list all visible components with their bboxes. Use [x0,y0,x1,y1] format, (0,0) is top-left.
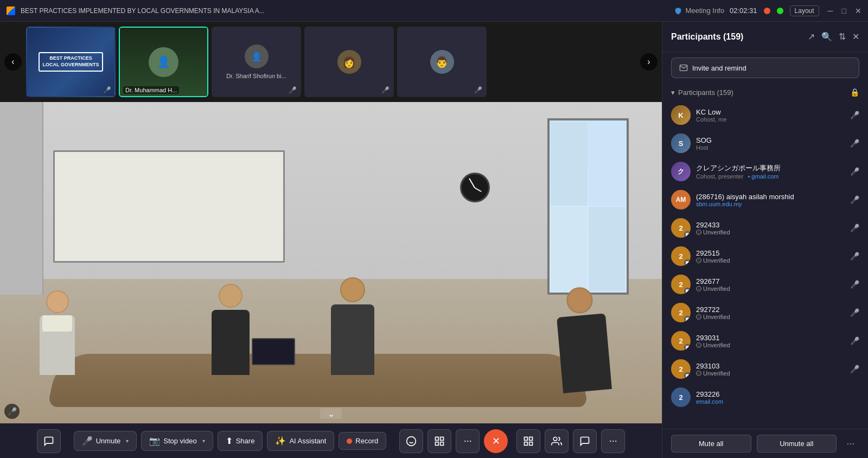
participant-item-aisyah[interactable]: AM (286716) aisyah asilah morshid sbm.uu… [667,186,864,214]
participant-item-292433[interactable]: 2 📋 292433 ⓘ Unverified 🎤 [667,214,864,242]
participant-item-sog[interactable]: S SOG Host 🎤 [667,129,864,157]
participants-button[interactable] [545,429,569,453]
thumbnail-next-button[interactable]: › [640,53,658,71]
aisyah-email: sbm.uum.edu.my [696,201,742,207]
layout-button[interactable]: Layout [790,5,819,16]
panel-share-icon[interactable]: ↗ [808,31,815,42]
avatar-293103: 2 📋 [671,359,691,379]
thumb5-mute-icon: 🎤 [474,86,482,94]
close-button[interactable]: ✕ [855,7,861,15]
participant-item-292515[interactable]: 2 📋 292515 ⓘ Unverified 🎤 [667,242,864,270]
mute-all-button[interactable]: Mute all [671,435,751,453]
section-lock-icon: 🔒 [850,88,859,97]
thumbnail-5[interactable]: 👨 🎤 [397,27,487,97]
participant-role-kc-low: Cohost, me [696,116,845,123]
thumbnail-4[interactable]: 👩 🎤 [304,27,394,97]
unverified-dot-293103: ⓘ [696,371,701,376]
toolbar-right-icons: ··· ✕ [399,429,508,453]
participant-name-aisyah: (286716) aisyah asilah morshid [696,193,845,201]
chat-panel-button[interactable] [573,429,597,453]
unverified-badge-292677: ⓘ Unverified [696,285,845,292]
panel-footer: Mute all Unmute all ··· [662,429,868,458]
laptop [252,338,295,365]
participant-info-293103: 293103 ⓘ Unverified [696,362,845,377]
thumb1-mute-icon: 🎤 [103,86,111,94]
thumbnail-strip: ‹ BEST PRACTICESLOCAL GOVERNMENTS 🎤 👤 Dr… [0,22,662,102]
panel-close-icon[interactable]: ✕ [852,31,859,42]
chat-button[interactable] [37,429,61,453]
thumb3-mute-icon: 🎤 [289,86,297,94]
svg-point-0 [407,436,416,446]
record-button[interactable]: Record [339,432,386,450]
thumbnail-2[interactable]: 👤 Dr. Muhammad H... [119,27,208,97]
invite-remind-label: Invite and remind [692,64,746,72]
main-content: ‹ BEST PRACTICESLOCAL GOVERNMENTS 🎤 👤 Dr… [0,22,868,458]
apps-button[interactable] [427,429,451,453]
participant-name-krea: クレアシンガポール事務所 [696,163,845,173]
avatar-293031: 2 📋 [671,331,691,351]
share-button[interactable]: ⬆ Share [218,431,263,451]
ai-assistant-button[interactable]: ✨ AI Assistant [267,431,334,451]
participant-item-293031[interactable]: 2 📋 293031 ⓘ Unverified 🎤 [667,327,864,355]
invite-remind-button[interactable]: Invite and remind [671,58,859,78]
panel-footer-more-button[interactable]: ··· [842,435,859,453]
thumbnail-3[interactable]: 👤 Dr. Sharif Shofirun bi... 🎤 [212,27,301,97]
meeting-info-tab[interactable]: Meeting Info [674,7,724,15]
invite-icon [679,63,688,72]
kc-low-mute-icon: 🎤 [850,111,859,119]
avatar-kc-low: K [671,105,691,125]
panel-search-icon[interactable]: 🔍 [821,31,832,42]
avatar-292515: 2 📋 [671,246,691,266]
thumbnail-prev-button[interactable]: ‹ [4,53,22,71]
avatar-aisyah: AM [671,190,691,209]
wall-clock [460,173,490,202]
minimize-button[interactable]: ─ [828,7,833,15]
main-video: 🎤 ⌄ [0,102,662,423]
unverified-label-293031: Unverified [703,342,730,348]
stop-video-button[interactable]: 📷 Stop video [141,431,213,451]
participant-info-293031: 293031 ⓘ Unverified [696,334,845,348]
unverified-label-292722: Unverified [703,314,730,320]
connection-indicator [777,8,783,14]
unmute-label: Unmute [96,437,121,445]
svg-rect-7 [525,437,528,440]
section-header-participants[interactable]: ▾ Participants (159) 🔒 [667,84,864,101]
person-2 [212,310,250,375]
unverified-label-292515: Unverified [703,257,730,264]
participant-role-aisyah: sbm.uum.edu.my [696,201,845,207]
participant-item-292677[interactable]: 2 📋 292677 ⓘ Unverified 🎤 [667,270,864,298]
more-options-button[interactable]: ··· [456,429,480,453]
unverified-badge-292722: ⓘ Unverified [696,314,845,320]
unmute-button[interactable]: 🎤 Unmute [74,431,137,451]
toolbar-more-button[interactable]: ··· [601,429,625,453]
avatar-292677: 2 📋 [671,275,691,294]
stop-video-label: Stop video [163,437,196,445]
participant-item-292722[interactable]: 2 📋 292722 ⓘ Unverified 🎤 [667,298,864,327]
section-label: Participants (159) [678,88,733,97]
thumbnail-1[interactable]: BEST PRACTICESLOCAL GOVERNMENTS 🎤 [26,27,116,97]
reactions-button[interactable] [399,429,423,453]
thumb4-mute-icon: 🎤 [381,86,390,94]
svg-rect-10 [529,442,533,445]
restore-button[interactable]: □ [842,7,846,15]
participant-item-293226[interactable]: 2 293226 email.com [667,383,864,411]
video-area: ‹ BEST PRACTICESLOCAL GOVERNMENTS 🎤 👤 Dr… [0,22,662,458]
unmute-all-button[interactable]: Unmute all [757,435,837,453]
participant-item-kc-low[interactable]: K KC Low Cohost, me 🎤 [667,101,864,129]
person-3 [331,304,374,375]
unverified-badge-293103: ⓘ Unverified [696,370,845,377]
more-dots-icon: ··· [464,435,472,447]
participant-info-sog: SOG Host [696,136,845,151]
video-collapse-button[interactable]: ⌄ [320,408,342,419]
main-video-mute-indicator: 🎤 [4,404,20,419]
participant-item-krea[interactable]: ク クレアシンガポール事務所 Cohost, presenter • gmail… [667,157,864,186]
participant-name-kc-low: KC Low [696,108,845,116]
participant-info-292722: 292722 ⓘ Unverified [696,306,845,320]
panel-sort-icon[interactable]: ⇅ [839,31,846,42]
end-call-button[interactable]: ✕ [484,429,508,453]
microphone-icon: 🎤 [82,436,93,446]
layout-grid-button[interactable] [516,429,540,453]
avatar-krea: ク [671,162,691,181]
participant-item-293103[interactable]: 2 📋 293103 ⓘ Unverified 🎤 [667,355,864,383]
ai-assistant-label: AI Assistant [289,437,326,445]
